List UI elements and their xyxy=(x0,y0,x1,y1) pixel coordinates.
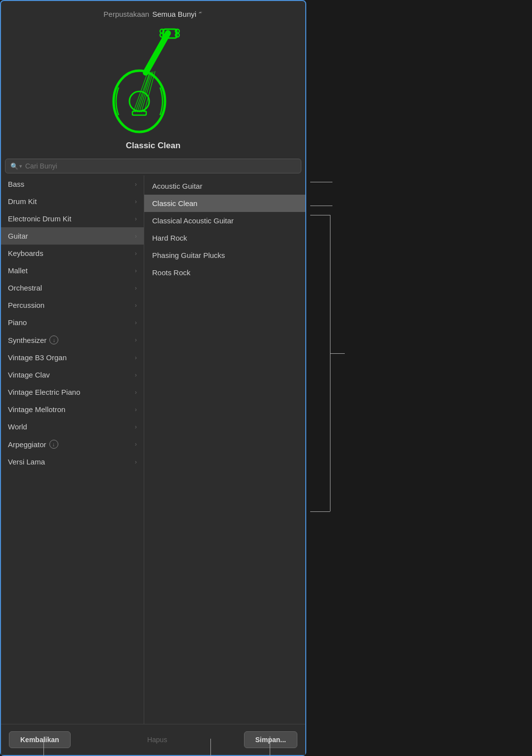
save-button[interactable]: Simpan... xyxy=(244,731,297,748)
guitar-icon xyxy=(104,28,203,137)
search-input[interactable] xyxy=(25,162,296,170)
category-item-synthesizer[interactable]: Synthesizer↓› xyxy=(1,331,144,349)
chevron-right-icon: › xyxy=(135,389,137,396)
preset-list: Acoustic GuitarClassic CleanClassical Ac… xyxy=(144,175,305,724)
search-icon: 🔍 ▾ xyxy=(10,163,22,170)
category-item-drum-kit[interactable]: Drum Kit› xyxy=(1,193,144,210)
category-item-bass[interactable]: Bass› xyxy=(1,175,144,193)
chevron-right-icon: › xyxy=(135,233,137,240)
chevron-right-icon: › xyxy=(135,459,137,465)
category-label-world: World xyxy=(8,422,27,431)
preset-item-classical-acoustic-guitar[interactable]: Classical Acoustic Guitar xyxy=(144,212,305,229)
category-item-guitar[interactable]: Guitar› xyxy=(1,227,144,245)
bracket-vertical-line xyxy=(330,215,330,511)
category-label-electronic-drum-kit: Electronic Drum Kit xyxy=(8,214,71,223)
dropdown-label: Semua Bunyi xyxy=(152,10,196,18)
annotation-bottom-delete xyxy=(210,739,211,756)
instrument-display: Classic Clean xyxy=(1,23,305,159)
category-item-keyboards[interactable]: Keyboards› xyxy=(1,245,144,262)
category-item-piano[interactable]: Piano› xyxy=(1,314,144,331)
annotation-bottom-revert xyxy=(43,739,44,756)
category-item-orchestral[interactable]: Orchestral› xyxy=(1,279,144,296)
category-label-vintage-mellotron: Vintage Mellotron xyxy=(8,405,65,414)
chevron-right-icon: › xyxy=(135,198,137,205)
instrument-browser-panel: Perpustakaan Semua Bunyi ⌃̈ xyxy=(0,0,306,756)
instrument-name: Classic Clean xyxy=(126,141,181,151)
category-item-vintage-mellotron[interactable]: Vintage Mellotron› xyxy=(1,401,144,418)
header-bar: Perpustakaan Semua Bunyi ⌃̈ xyxy=(1,1,305,23)
bracket-top-line xyxy=(310,215,330,215)
category-label-bass: Bass xyxy=(8,180,24,188)
chevron-right-icon: › xyxy=(135,285,137,292)
preset-item-hard-rock[interactable]: Hard Rock xyxy=(144,229,305,247)
chevron-right-icon: › xyxy=(135,181,137,188)
svg-point-3 xyxy=(160,33,164,37)
chevron-right-icon: › xyxy=(135,250,137,257)
search-bar[interactable]: 🔍 ▾ xyxy=(5,159,301,173)
preset-item-classic-clean[interactable]: Classic Clean xyxy=(144,195,305,212)
delete-button: Hapus xyxy=(136,732,178,748)
annotation-line-search xyxy=(310,206,311,206)
chevron-right-icon: › xyxy=(135,423,137,430)
annotation-bottom-save xyxy=(270,736,270,756)
chevron-right-icon: › xyxy=(135,406,137,413)
category-item-versi-lama[interactable]: Versi Lama› xyxy=(1,453,144,470)
category-item-percussion[interactable]: Percussion› xyxy=(1,296,144,314)
download-badge-synthesizer: ↓ xyxy=(49,336,58,344)
chevron-right-icon: › xyxy=(135,302,137,309)
category-item-electronic-drum-kit[interactable]: Electronic Drum Kit› xyxy=(1,210,144,227)
category-label-piano: Piano xyxy=(8,318,27,327)
chevron-right-icon: › xyxy=(135,336,137,343)
preset-item-roots-rock[interactable]: Roots Rock xyxy=(144,264,305,281)
category-label-drum-kit: Drum Kit xyxy=(8,197,37,206)
category-list: Bass›Drum Kit›Electronic Drum Kit›Guitar… xyxy=(1,175,144,724)
annotation-line-top xyxy=(310,182,311,182)
bottom-action-bar: Kembalikan Hapus Simpan... xyxy=(1,724,305,755)
category-label-mallet: Mallet xyxy=(8,266,28,275)
chevron-right-icon: › xyxy=(135,215,137,222)
browser-list-area: Bass›Drum Kit›Electronic Drum Kit›Guitar… xyxy=(1,175,305,724)
category-label-percussion: Percussion xyxy=(8,301,44,309)
preset-item-phasing-guitar-plucks[interactable]: Phasing Guitar Plucks xyxy=(144,247,305,264)
library-label: Perpustakaan xyxy=(104,10,150,18)
category-label-versi-lama: Versi Lama xyxy=(8,458,45,466)
category-label-synthesizer: Synthesizer xyxy=(8,336,46,344)
category-label-vintage-clav: Vintage Clav xyxy=(8,371,50,379)
category-label-arpeggiator: Arpeggiator xyxy=(8,440,46,449)
category-item-mallet[interactable]: Mallet› xyxy=(1,262,144,279)
chevron-right-icon: › xyxy=(135,319,137,326)
bracket-bottom-line xyxy=(310,511,330,512)
sound-library-dropdown[interactable]: Semua Bunyi ⌃̈ xyxy=(152,10,203,18)
chevron-right-icon: › xyxy=(135,267,137,274)
chevron-right-icon: › xyxy=(135,441,137,448)
revert-button[interactable]: Kembalikan xyxy=(9,731,71,748)
dropdown-chevron-icon: ⌃̈ xyxy=(198,11,203,18)
bracket-mid-line xyxy=(330,353,345,354)
category-item-vintage-clav[interactable]: Vintage Clav› xyxy=(1,366,144,383)
chevron-right-icon: › xyxy=(135,372,137,378)
category-label-vintage-electric-piano: Vintage Electric Piano xyxy=(8,388,80,396)
category-label-guitar: Guitar xyxy=(8,232,28,240)
chevron-right-icon: › xyxy=(135,354,137,361)
category-label-keyboards: Keyboards xyxy=(8,249,43,257)
download-badge-arpeggiator: ↓ xyxy=(49,440,58,449)
category-label-orchestral: Orchestral xyxy=(8,284,42,292)
category-label-vintage-b3-organ: Vintage B3 Organ xyxy=(8,353,67,362)
category-item-world[interactable]: World› xyxy=(1,418,144,435)
category-item-vintage-b3-organ[interactable]: Vintage B3 Organ› xyxy=(1,349,144,366)
category-item-vintage-electric-piano[interactable]: Vintage Electric Piano› xyxy=(1,383,144,401)
search-chevron-icon: ▾ xyxy=(19,163,22,169)
preset-item-acoustic-guitar[interactable]: Acoustic Guitar xyxy=(144,177,305,195)
category-item-arpeggiator[interactable]: Arpeggiator↓› xyxy=(1,435,144,453)
